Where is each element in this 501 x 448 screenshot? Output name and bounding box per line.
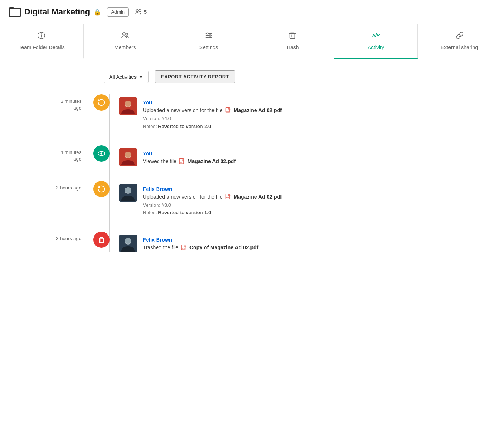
pdf-icon: PDF: [225, 193, 232, 200]
user-avatar-you: [119, 148, 137, 166]
activity-meta: Version: #4.0 Notes: Reverted to version…: [143, 115, 282, 131]
tab-members[interactable]: Members: [84, 24, 167, 59]
tab-bar: Team Folder Details Members Settings: [0, 24, 501, 59]
svg-point-31: [125, 187, 131, 193]
file-name: Copy of Magazine Ad 02.pdf: [189, 245, 258, 250]
activity-content: Felix Brown Trashed the file PDF Copy of…: [143, 235, 258, 252]
members-count: 5: [144, 9, 147, 15]
file-name: Magazine Ad 02.pdf: [188, 158, 236, 164]
svg-text:PDF: PDF: [226, 197, 229, 198]
trash-icon: [288, 31, 296, 41]
avatar: [119, 184, 137, 202]
filter-dropdown[interactable]: All Activities ▼: [104, 71, 149, 83]
tab-label: Team Folder Details: [19, 44, 65, 50]
avatar: [119, 148, 137, 166]
user-avatar-felix: [119, 235, 137, 252]
chevron-down-icon: ▼: [139, 74, 143, 80]
pdf-icon: PDF: [181, 244, 187, 251]
activity-user[interactable]: You: [143, 151, 236, 156]
upload-dot: [93, 94, 110, 111]
tab-label: External sharing: [441, 44, 478, 50]
timeline-item: 3 minutesago: [15, 94, 486, 131]
svg-point-26: [125, 152, 131, 158]
page-header: Digital Marketing 🔒 Admin 5: [0, 0, 501, 24]
time-label: 3 minutesago: [15, 94, 89, 111]
svg-rect-34: [99, 238, 104, 243]
lock-icon: 🔒: [94, 9, 101, 16]
filter-label: All Activities: [109, 74, 137, 80]
workspace-name: Digital Marketing: [24, 7, 90, 17]
file-name: Magazine Ad 02.pdf: [234, 194, 282, 200]
workspace-title: Digital Marketing 🔒: [9, 6, 101, 18]
activity-body: You Viewed the file PDF Magazine Ad 02.p…: [119, 148, 236, 166]
link-icon: [455, 31, 464, 41]
timeline-item: 4 minutesago: [15, 145, 486, 166]
tab-team-folder-details[interactable]: Team Folder Details: [0, 24, 84, 59]
members-tab-icon: [121, 31, 129, 41]
tab-trash[interactable]: Trash: [250, 24, 334, 59]
file-name: Magazine Ad 02.pdf: [234, 107, 282, 113]
svg-text:PDF: PDF: [226, 111, 229, 112]
tab-external-sharing[interactable]: External sharing: [418, 24, 501, 59]
info-icon: [37, 31, 46, 41]
members-badge: 5: [135, 9, 147, 15]
tab-settings[interactable]: Settings: [167, 24, 251, 59]
svg-point-11: [207, 33, 208, 34]
activity-description: Uploaded a new version for the file PDF …: [143, 193, 282, 200]
svg-point-39: [125, 238, 131, 244]
svg-text:PDF: PDF: [182, 248, 185, 249]
time-label: 4 minutesago: [15, 145, 89, 162]
activity-user[interactable]: Felix Brown: [143, 237, 258, 243]
svg-point-12: [209, 35, 211, 36]
time-label: 3 hours ago: [15, 232, 89, 242]
svg-point-6: [123, 33, 125, 35]
settings-icon: [205, 31, 213, 41]
activity-icon: [372, 31, 380, 41]
activity-content: Felix Brown Uploaded a new version for t…: [143, 184, 282, 217]
activity-body: Felix Brown Trashed the file PDF Copy of…: [119, 235, 258, 252]
activity-body: Felix Brown Uploaded a new version for t…: [119, 184, 282, 217]
timeline-item: 3 hours ago: [15, 232, 486, 252]
activity-user[interactable]: Felix Brown: [143, 186, 282, 192]
user-avatar-felix: [119, 184, 137, 202]
main-content: All Activities ▼ EXPORT ACTIVITY REPORT …: [0, 59, 501, 278]
time-label: 3 hours ago: [15, 181, 89, 191]
members-icon: [135, 9, 142, 15]
svg-point-13: [207, 37, 209, 38]
tab-label: Settings: [199, 44, 218, 50]
activity-user[interactable]: You: [143, 100, 282, 105]
svg-rect-14: [290, 34, 295, 38]
activity-meta: Version: #3.0 Notes: Reverted to version…: [143, 202, 282, 217]
activity-description: Viewed the file PDF Magazine Ad 02.pdf: [143, 158, 236, 165]
trash-dot: [93, 232, 110, 248]
avatar: [119, 97, 137, 115]
activity-timeline: 3 minutesago: [15, 94, 486, 252]
view-dot: [93, 145, 110, 162]
tab-label: Activity: [368, 44, 384, 50]
timeline-item: 3 hours ago: [15, 181, 486, 217]
admin-badge: Admin: [107, 7, 129, 17]
activity-description: Uploaded a new version for the file PDF …: [143, 107, 282, 114]
activity-body: You Uploaded a new version for the file …: [119, 97, 282, 131]
tab-label: Members: [114, 44, 136, 50]
export-button[interactable]: EXPORT ACTIVITY REPORT: [155, 70, 235, 83]
svg-point-19: [125, 101, 131, 107]
pdf-icon: PDF: [179, 158, 185, 165]
pdf-icon: PDF: [225, 107, 232, 114]
svg-text:PDF: PDF: [180, 161, 183, 163]
activity-content: You Viewed the file PDF Magazine Ad 02.p…: [143, 148, 236, 166]
avatar: [119, 235, 137, 252]
tab-activity[interactable]: Activity: [334, 24, 418, 59]
user-avatar-you: [119, 97, 137, 115]
svg-point-7: [126, 33, 128, 36]
tab-label: Trash: [286, 44, 299, 50]
upload-dot: [93, 181, 110, 197]
svg-point-1: [136, 10, 138, 12]
activity-description: Trashed the file PDF Copy of Magazine Ad…: [143, 244, 258, 251]
folder-icon: [9, 6, 21, 18]
svg-point-23: [100, 152, 102, 155]
svg-point-2: [139, 10, 141, 12]
activity-toolbar: All Activities ▼ EXPORT ACTIVITY REPORT: [104, 70, 486, 83]
activity-content: You Uploaded a new version for the file …: [143, 97, 282, 131]
svg-point-5: [41, 33, 42, 34]
